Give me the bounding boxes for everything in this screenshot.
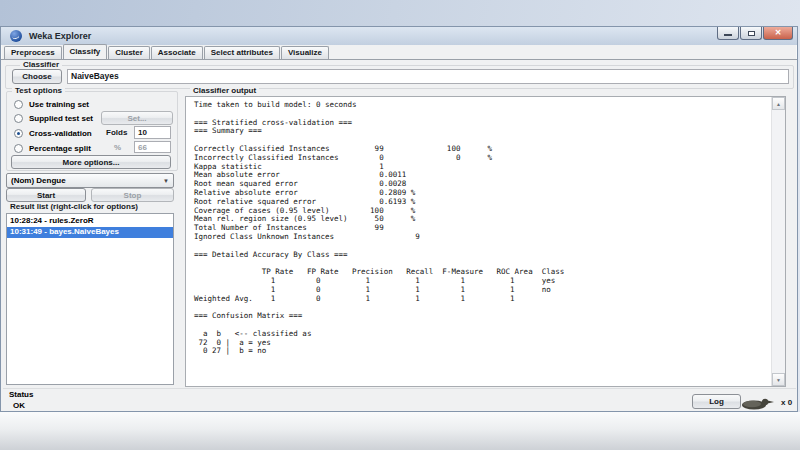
- percent-label: %: [111, 143, 124, 152]
- use-training-set-label: Use training set: [29, 100, 89, 109]
- tab-select-attributes[interactable]: Select attributes: [204, 46, 280, 59]
- supplied-test-set-label: Supplied test set: [29, 114, 93, 123]
- status-separator: [3, 388, 796, 389]
- result-list: 10:28:24 - rules.ZeroR 10:31:49 - bayes.…: [6, 213, 174, 385]
- weka-bird-icon: [737, 395, 777, 411]
- result-list-item-zeror[interactable]: 10:28:24 - rules.ZeroR: [7, 216, 173, 227]
- set-button[interactable]: Set...: [101, 111, 173, 125]
- percent-input[interactable]: 66: [134, 141, 171, 153]
- minimize-button[interactable]: [717, 27, 739, 40]
- percentage-split-label: Percentage split: [29, 144, 91, 153]
- maximize-icon: [748, 31, 755, 36]
- weka-app-icon[interactable]: [10, 30, 22, 42]
- main-tabs: Preprocess Classify Cluster Associate Se…: [4, 46, 330, 59]
- class-attribute-combobox[interactable]: (Nom) Dengue ▼: [6, 173, 174, 188]
- window-title: Weka Explorer: [29, 31, 91, 41]
- tab-associate[interactable]: Associate: [151, 46, 203, 59]
- status-value: OK: [13, 401, 25, 410]
- desktop-background: [0, 412, 800, 450]
- classifier-output-area[interactable]: Time taken to build model: 0 seconds ===…: [185, 96, 786, 387]
- cross-validation-label: Cross-validation: [29, 129, 92, 138]
- title-bar[interactable]: Weka Explorer: [1, 27, 797, 45]
- percentage-split-radio[interactable]: [14, 144, 23, 153]
- maximize-button[interactable]: [740, 27, 762, 40]
- tab-cluster[interactable]: Cluster: [108, 46, 150, 59]
- radio-row-cross-validation: Cross-validation: [14, 128, 92, 139]
- stop-button[interactable]: Stop: [91, 188, 174, 202]
- radio-row-use-training-set: Use training set: [14, 99, 89, 110]
- folds-input[interactable]: 10: [134, 126, 171, 139]
- status-counter: x 0: [781, 398, 792, 407]
- scroll-down-icon[interactable]: ▼: [772, 373, 785, 386]
- test-options-label: Test options: [12, 86, 65, 95]
- tab-classify[interactable]: Classify: [63, 44, 108, 59]
- start-button[interactable]: Start: [6, 188, 86, 202]
- cross-validation-radio[interactable]: [14, 129, 23, 138]
- result-list-label: Result list (right-click for options): [7, 202, 141, 211]
- folds-label: Folds: [103, 128, 130, 137]
- tab-preprocess[interactable]: Preprocess: [4, 46, 62, 59]
- scroll-up-icon[interactable]: ▲: [772, 97, 785, 110]
- classifier-output-label: Classifier output: [190, 86, 259, 95]
- more-options-button[interactable]: More options...: [11, 155, 171, 169]
- supplied-test-set-radio[interactable]: [14, 114, 23, 123]
- output-scrollbar[interactable]: ▲ ▼: [771, 97, 785, 386]
- classifier-scheme-field[interactable]: NaiveBayes: [67, 69, 789, 84]
- tab-visualize[interactable]: Visualize: [281, 46, 329, 59]
- choose-button[interactable]: Choose: [12, 69, 62, 84]
- weka-explorer-window: Weka Explorer ✕ Preprocess Classify Clus…: [0, 26, 798, 412]
- minimize-icon: [724, 34, 732, 36]
- classifier-group-label: Classifier: [20, 60, 62, 69]
- radio-row-percentage-split: Percentage split: [14, 143, 91, 154]
- radio-row-supplied-test-set: Supplied test set: [14, 113, 93, 124]
- close-icon: ✕: [775, 28, 782, 38]
- class-attribute-value: (Nom) Dengue: [11, 176, 66, 185]
- log-button[interactable]: Log: [692, 394, 741, 409]
- result-list-item-naivebayes[interactable]: 10:31:49 - bayes.NaiveBayes: [7, 227, 173, 238]
- use-training-set-radio[interactable]: [14, 100, 23, 109]
- status-label: Status: [9, 390, 33, 399]
- chevron-down-icon: ▼: [163, 178, 169, 184]
- classifier-output-text: Time taken to build model: 0 seconds ===…: [194, 101, 564, 356]
- close-button[interactable]: ✕: [763, 27, 793, 40]
